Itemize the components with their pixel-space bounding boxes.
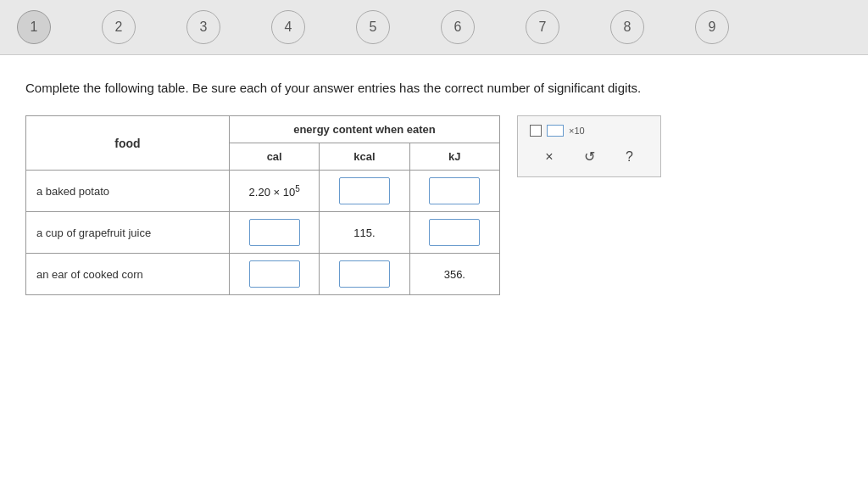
widget-undo-button[interactable]: ↺: [577, 145, 602, 168]
kj-cell-3: 356.: [409, 254, 499, 295]
kcal-cell-2: 115.: [320, 212, 409, 254]
food-cell-1: a baked potato: [26, 171, 230, 212]
nav-item-1[interactable]: 1: [17, 10, 51, 44]
widget-panel: ×10 × ↺ ?: [517, 115, 661, 177]
kj-input-1[interactable]: [429, 177, 480, 204]
nav-item-5[interactable]: 5: [356, 10, 390, 44]
widget-top: ×10: [530, 125, 648, 137]
main-content: Complete the following table. Be sure ea…: [0, 55, 868, 498]
food-cell-2: a cup of grapefruit juice: [26, 212, 230, 254]
widget-cross-button[interactable]: ×: [538, 146, 559, 168]
table-row: a cup of grapefruit juice 115.: [26, 212, 500, 254]
nav-item-7[interactable]: 7: [526, 10, 559, 44]
food-cell-3: an ear of cooked corn: [26, 254, 230, 295]
kcal-cell-3: [320, 254, 409, 295]
cal-input-2[interactable]: [249, 219, 300, 246]
energy-column-header: energy content when eaten: [230, 116, 500, 143]
cal-input-3[interactable]: [249, 260, 300, 288]
kcal-column-header: kcal: [320, 143, 409, 171]
top-navigation: 1 2 3 4 5 6 7 8 9: [0, 0, 868, 55]
widget-help-button[interactable]: ?: [619, 146, 640, 168]
nav-item-4[interactable]: 4: [271, 10, 305, 44]
nav-item-6[interactable]: 6: [441, 10, 475, 44]
kj-column-header: kJ: [409, 143, 499, 171]
kj-cell-1: [409, 171, 499, 212]
table-row: an ear of cooked corn 356.: [26, 254, 500, 295]
kcal-given-2: 115.: [353, 227, 375, 239]
widget-exponent-box[interactable]: [547, 125, 564, 137]
nav-item-9[interactable]: 9: [695, 10, 729, 44]
nav-item-2[interactable]: 2: [102, 10, 136, 44]
nav-item-8[interactable]: 8: [610, 10, 644, 44]
cal-cell-2: [230, 212, 320, 254]
kcal-cell-1: [320, 171, 409, 212]
food-column-header: food: [26, 116, 230, 171]
cal-cell-3: [230, 254, 320, 295]
kcal-input-3[interactable]: [339, 260, 390, 288]
cal-column-header: cal: [230, 143, 320, 171]
kcal-input-1[interactable]: [339, 177, 390, 204]
widget-checkbox[interactable]: [530, 125, 542, 137]
energy-table: food energy content when eaten cal kcal …: [25, 115, 500, 295]
kj-given-3: 356.: [444, 268, 465, 281]
nav-item-3[interactable]: 3: [186, 10, 220, 44]
widget-x10-label: ×10: [569, 126, 585, 136]
kj-input-2[interactable]: [429, 219, 480, 246]
cal-cell-1: 2.20 × 105: [230, 171, 320, 212]
kj-cell-2: [409, 212, 499, 254]
table-wrapper: food energy content when eaten cal kcal …: [25, 115, 843, 295]
widget-buttons: × ↺ ?: [530, 145, 648, 168]
instructions-text: Complete the following table. Be sure ea…: [25, 81, 843, 95]
cal-given-1: 2.20 × 105: [249, 186, 300, 199]
table-row: a baked potato 2.20 × 105: [26, 171, 500, 212]
